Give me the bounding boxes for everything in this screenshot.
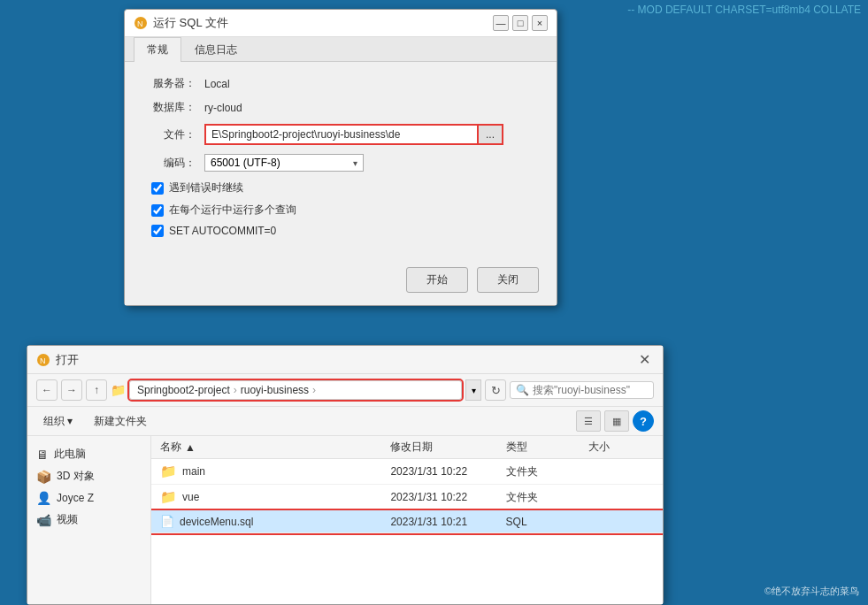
sidebar-item-user[interactable]: 👤 Joyce Z [27, 487, 150, 509]
3d-icon: 📦 [36, 470, 51, 484]
open-toolbar: ← → ↑ 📁 Springboot2-project › ruoyi-busi… [27, 374, 663, 407]
sidebar-item-computer[interactable]: 🖥 此电脑 [27, 443, 150, 465]
encoding-select[interactable]: 65001 (UTF-8) ▾ [204, 154, 364, 172]
folder-icon-vue: 📁 [160, 489, 177, 505]
sidebar-label-user: Joyce Z [57, 492, 94, 504]
help-button[interactable]: ? [633, 410, 654, 432]
cb-multi-query[interactable] [151, 204, 164, 217]
file-type-vue: 文件夹 [506, 490, 588, 505]
svg-text:N: N [40, 356, 46, 365]
sidebar-label-video: 视频 [57, 512, 78, 527]
dialog-close-button[interactable]: 关闭 [477, 267, 539, 293]
file-list: 名称 ▲ 修改日期 类型 大小 📁 main 2023/1/31 10:22 文… [151, 436, 663, 604]
dialog-tabs: 常规 信息日志 [125, 37, 557, 62]
cb-multi-query-label: 在每个运行中运行多个查询 [169, 203, 296, 218]
encoding-value: 65001 (UTF-8) [211, 157, 280, 169]
folder-icon: 📁 [111, 383, 126, 397]
up-button[interactable]: ↑ [86, 379, 107, 401]
open-file-dialog: N 打开 ✕ ← → ↑ 📁 Springboot2-project › ruo… [27, 345, 664, 605]
start-button[interactable]: 开始 [406, 267, 468, 293]
organize-button[interactable]: 组织 ▾ [36, 411, 80, 432]
sql-icon-devicemenu: 📄 [160, 515, 174, 528]
sidebar-item-3d[interactable]: 📦 3D 对象 [27, 465, 150, 487]
file-list-header: 名称 ▲ 修改日期 类型 大小 [151, 436, 663, 459]
breadcrumb-sep1: › [234, 384, 237, 396]
open-content: 🖥 此电脑 📦 3D 对象 👤 Joyce Z 📹 视频 名称 ▲ [27, 436, 663, 604]
open-dialog-title-left: N 打开 [36, 352, 79, 368]
open-toolbar2: 组织 ▾ 新建文件夹 ☰ ▦ ? [27, 407, 663, 436]
file-row: 文件： E\Springboot2-project\ruoyi-business… [142, 124, 539, 145]
db-label: 数据库： [142, 100, 196, 115]
cb-autocommit[interactable] [151, 225, 164, 237]
open-dialog-close-button[interactable]: ✕ [635, 351, 654, 368]
video-icon: 📹 [36, 513, 51, 527]
user-icon: 👤 [36, 491, 51, 505]
file-name-devicemenu: 📄 deviceMenu.sql [160, 515, 390, 528]
back-button[interactable]: ← [36, 379, 58, 401]
encoding-row: 编码： 65001 (UTF-8) ▾ [142, 154, 539, 172]
select-arrow-icon: ▾ [353, 158, 357, 168]
file-input[interactable]: E\Springboot2-project\ruoyi-business\de [204, 124, 479, 145]
refresh-button[interactable]: ↻ [485, 379, 506, 401]
tab-log[interactable]: 信息日志 [181, 37, 250, 62]
col-name-label: 名称 [160, 440, 181, 455]
col-name-header: 名称 ▲ [160, 440, 390, 455]
svg-text:N: N [137, 19, 143, 28]
watermark: ©绝不放弃斗志的菜鸟 [764, 585, 859, 598]
search-box: 🔍 [510, 381, 654, 399]
open-dialog-title: 打开 [56, 352, 79, 368]
file-date-main: 2023/1/31 10:22 [390, 465, 505, 478]
server-value: Local [204, 78, 230, 90]
sort-arrow: ▲ [185, 441, 196, 454]
path-dropdown[interactable]: ▾ [465, 379, 481, 401]
folder-icon-main: 📁 [160, 463, 177, 479]
search-icon: 🔍 [516, 384, 529, 396]
dialog-titlebar: N 运行 SQL 文件 — □ × [125, 10, 557, 37]
breadcrumb-part1: Springboot2-project [137, 384, 230, 396]
db-row: 数据库： ry-cloud [142, 100, 539, 115]
server-label: 服务器： [142, 76, 196, 91]
sidebar-item-video[interactable]: 📹 视频 [27, 509, 150, 531]
breadcrumb-sep2: › [312, 384, 316, 396]
new-folder-button[interactable]: 新建文件夹 [87, 411, 154, 432]
navicat-icon-open: N [36, 353, 50, 367]
toolbar2-right: ☰ ▦ ? [576, 410, 654, 432]
file-label-vue: vue [182, 491, 199, 503]
file-date-vue: 2023/1/31 10:22 [390, 491, 505, 503]
forward-button[interactable]: → [61, 379, 82, 401]
file-name-vue: 📁 vue [160, 489, 390, 505]
close-button[interactable]: × [532, 15, 548, 31]
computer-icon: 🖥 [36, 448, 49, 462]
dialog-body: 服务器： Local 数据库： ry-cloud 文件： E\Springboo… [125, 62, 557, 258]
file-item-devicemenu[interactable]: 📄 deviceMenu.sql 2023/1/31 10:21 SQL [151, 510, 663, 533]
breadcrumb-bar[interactable]: Springboot2-project › ruoyi-business › [129, 380, 462, 400]
cb-error-continue-label: 遇到错误时继续 [169, 180, 243, 195]
search-input[interactable] [533, 384, 648, 396]
breadcrumb-part2: ruoyi-business [241, 384, 309, 396]
checkbox-row-2: 在每个运行中运行多个查询 [151, 203, 539, 218]
file-label: 文件： [142, 127, 196, 142]
view-button[interactable]: ☰ [576, 410, 601, 432]
file-type-devicemenu: SQL [506, 516, 588, 528]
file-item-main[interactable]: 📁 main 2023/1/31 10:22 文件夹 [151, 459, 663, 485]
dialog-footer: 开始 关闭 [125, 258, 557, 305]
encoding-label: 编码： [142, 156, 196, 171]
file-date-devicemenu: 2023/1/31 10:21 [390, 516, 505, 528]
open-sidebar: 🖥 此电脑 📦 3D 对象 👤 Joyce Z 📹 视频 [27, 436, 151, 604]
sidebar-label-3d: 3D 对象 [57, 469, 95, 484]
bg-hint: -- MOD DEFAULT CHARSET=utf8mb4 COLLATE [620, 0, 868, 19]
file-browse-button[interactable]: ... [479, 124, 503, 145]
view-button-2[interactable]: ▦ [604, 410, 629, 432]
maximize-button[interactable]: □ [512, 15, 528, 31]
open-dialog-titlebar: N 打开 ✕ [27, 346, 663, 374]
minimize-button[interactable]: — [493, 15, 509, 31]
tab-normal[interactable]: 常规 [134, 37, 181, 62]
checkbox-row-3: SET AUTOCOMMIT=0 [151, 225, 539, 237]
col-type-header: 类型 [506, 440, 588, 455]
checkbox-row-1: 遇到错误时继续 [151, 180, 539, 195]
col-size-header: 大小 [588, 440, 654, 455]
file-item-vue[interactable]: 📁 vue 2023/1/31 10:22 文件夹 [151, 485, 663, 510]
cb-error-continue[interactable] [151, 182, 164, 195]
navicat-icon: N [134, 16, 148, 30]
file-name-main: 📁 main [160, 463, 390, 479]
